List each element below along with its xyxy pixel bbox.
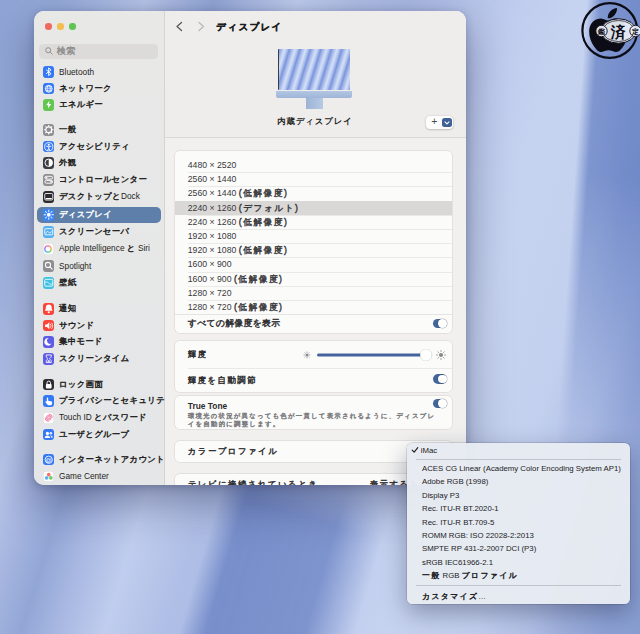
svg-text:鑑: 鑑 (597, 28, 606, 36)
svg-text:済: 済 (610, 23, 626, 40)
svg-text:@: @ (45, 456, 51, 463)
svg-text:定: 定 (631, 27, 639, 36)
